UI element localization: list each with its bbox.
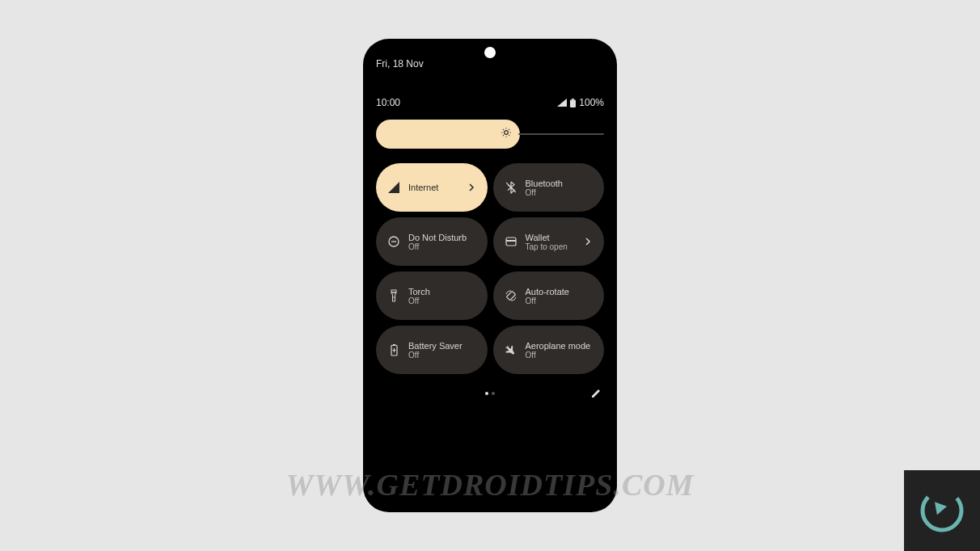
svg-point-9 <box>393 297 395 298</box>
tile-title: Internet <box>408 183 460 192</box>
tile-sub: Off <box>408 297 476 305</box>
airplane-icon <box>505 343 517 356</box>
tile-bluetooth[interactable]: Bluetooth Off <box>493 163 605 212</box>
bluetooth-icon <box>505 181 517 194</box>
wallet-icon <box>505 235 517 248</box>
date-label: Fri, 18 Nov <box>376 58 604 69</box>
brightness-fill[interactable] <box>376 120 520 149</box>
chevron-right-icon <box>585 238 593 246</box>
tile-sub: Off <box>526 351 593 360</box>
tile-title: Torch <box>408 287 476 297</box>
phone-frame: Fri, 18 Nov 10:00 100% Internet <box>363 39 617 512</box>
svg-rect-1 <box>570 99 576 107</box>
svg-point-2 <box>505 131 509 135</box>
chevron-right-icon <box>468 183 476 191</box>
batterysaver-icon <box>387 343 400 356</box>
tile-sub: Off <box>408 242 476 251</box>
tile-autorotate[interactable]: Auto-rotate Off <box>493 271 605 320</box>
status-bar: 10:00 100% <box>376 97 604 108</box>
battery-percent: 100% <box>579 97 604 108</box>
tile-sub: Off <box>408 351 476 360</box>
tile-title: Wallet <box>526 233 577 242</box>
svg-rect-7 <box>506 240 516 242</box>
tile-title: Aeroplane mode <box>526 341 593 351</box>
site-badge <box>904 470 980 551</box>
pagination-dots <box>485 392 495 395</box>
tile-title: Auto-rotate <box>526 287 593 297</box>
tile-aeroplane[interactable]: Aeroplane mode Off <box>493 326 605 374</box>
dnd-icon <box>387 235 400 248</box>
page-dot-active <box>485 392 488 395</box>
tile-title: Battery Saver <box>408 341 476 351</box>
tile-batterysaver[interactable]: Battery Saver Off <box>376 326 488 374</box>
pagination-row <box>376 385 604 402</box>
time-label: 10:00 <box>376 97 400 108</box>
tile-title: Bluetooth <box>526 179 593 188</box>
tile-torch[interactable]: Torch Off <box>376 271 488 320</box>
camera-notch <box>484 47 496 58</box>
tile-wallet[interactable]: Wallet Tap to open <box>493 217 605 266</box>
tile-sub: Off <box>526 297 593 305</box>
cellular-icon <box>387 181 400 194</box>
brightness-track[interactable] <box>518 133 604 135</box>
brightness-auto-icon <box>501 127 512 141</box>
battery-icon <box>570 99 576 107</box>
signal-icon <box>557 99 567 107</box>
torch-icon <box>387 289 400 302</box>
svg-rect-0 <box>572 99 574 100</box>
tile-internet[interactable]: Internet <box>376 163 488 212</box>
autorotate-icon <box>505 289 517 302</box>
tile-dnd[interactable]: Do Not Disturb Off <box>376 217 488 266</box>
status-right: 100% <box>557 97 604 108</box>
tile-sub: Off <box>526 188 593 197</box>
svg-rect-10 <box>506 291 515 300</box>
edit-tiles-button[interactable] <box>588 385 604 402</box>
page-dot-inactive <box>492 392 495 395</box>
tile-sub: Tap to open <box>526 242 577 251</box>
brightness-slider[interactable] <box>376 120 604 149</box>
tile-title: Do Not Disturb <box>408 233 476 242</box>
quick-tiles-grid: Internet Bluetooth Off Do Not Disturb Of… <box>376 163 604 374</box>
